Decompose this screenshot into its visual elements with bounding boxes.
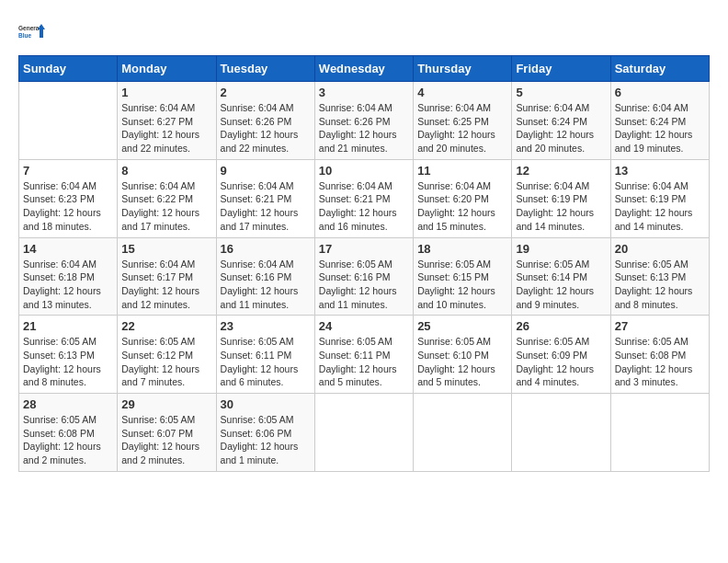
day-info: Sunrise: 6:04 AM Sunset: 6:21 PM Dayligh… [221, 179, 311, 234]
day-info: Sunrise: 6:04 AM Sunset: 6:22 PM Dayligh… [121, 179, 211, 234]
day-number: 11 [417, 164, 507, 178]
calendar-week: 1Sunrise: 6:04 AM Sunset: 6:27 PM Daylig… [19, 82, 710, 160]
calendar-cell: 30Sunrise: 6:05 AM Sunset: 6:06 PM Dayli… [216, 394, 314, 472]
day-number: 6 [615, 86, 705, 99]
weekday-header: Sunday [19, 56, 118, 82]
day-number: 4 [417, 86, 507, 99]
calendar-cell: 26Sunrise: 6:05 AM Sunset: 6:09 PM Dayli… [512, 316, 610, 394]
day-number: 13 [615, 164, 705, 178]
day-info: Sunrise: 6:05 AM Sunset: 6:11 PM Dayligh… [221, 335, 311, 389]
calendar-cell: 19Sunrise: 6:05 AM Sunset: 6:14 PM Dayli… [512, 237, 610, 316]
calendar-cell [414, 394, 512, 472]
day-info: Sunrise: 6:04 AM Sunset: 6:26 PM Dayligh… [319, 101, 409, 155]
day-info: Sunrise: 6:05 AM Sunset: 6:13 PM Dayligh… [615, 258, 705, 312]
day-info: Sunrise: 6:05 AM Sunset: 6:11 PM Dayligh… [319, 335, 409, 389]
logo-icon: GeneralBlue [18, 18, 46, 46]
day-number: 26 [516, 319, 606, 333]
calendar-cell: 21Sunrise: 6:05 AM Sunset: 6:13 PM Dayli… [19, 316, 118, 394]
calendar-cell: 16Sunrise: 6:04 AM Sunset: 6:16 PM Dayli… [216, 237, 314, 316]
day-info: Sunrise: 6:04 AM Sunset: 6:27 PM Dayligh… [121, 101, 211, 155]
day-info: Sunrise: 6:05 AM Sunset: 6:09 PM Dayligh… [516, 335, 606, 389]
day-info: Sunrise: 6:05 AM Sunset: 6:10 PM Dayligh… [417, 335, 507, 389]
calendar-cell: 27Sunrise: 6:05 AM Sunset: 6:08 PM Dayli… [610, 316, 709, 394]
calendar-week: 7Sunrise: 6:04 AM Sunset: 6:23 PM Daylig… [19, 159, 710, 237]
svg-text:Blue: Blue [18, 32, 31, 39]
day-info: Sunrise: 6:04 AM Sunset: 6:21 PM Dayligh… [319, 179, 409, 234]
day-info: Sunrise: 6:04 AM Sunset: 6:19 PM Dayligh… [615, 179, 705, 234]
day-info: Sunrise: 6:04 AM Sunset: 6:16 PM Dayligh… [221, 258, 311, 312]
day-info: Sunrise: 6:05 AM Sunset: 6:12 PM Dayligh… [121, 335, 211, 389]
day-info: Sunrise: 6:05 AM Sunset: 6:14 PM Dayligh… [516, 258, 606, 312]
day-info: Sunrise: 6:05 AM Sunset: 6:06 PM Dayligh… [221, 413, 311, 467]
calendar-cell [610, 394, 709, 472]
day-number: 7 [23, 164, 113, 178]
calendar-cell: 14Sunrise: 6:04 AM Sunset: 6:18 PM Dayli… [19, 237, 118, 316]
day-info: Sunrise: 6:05 AM Sunset: 6:08 PM Dayligh… [615, 335, 705, 389]
day-info: Sunrise: 6:05 AM Sunset: 6:08 PM Dayligh… [23, 413, 113, 467]
day-number: 24 [319, 319, 409, 333]
day-info: Sunrise: 6:04 AM Sunset: 6:25 PM Dayligh… [417, 101, 507, 155]
calendar-cell: 22Sunrise: 6:05 AM Sunset: 6:12 PM Dayli… [118, 316, 216, 394]
day-number: 18 [417, 242, 507, 256]
day-number: 23 [221, 319, 311, 333]
day-info: Sunrise: 6:04 AM Sunset: 6:18 PM Dayligh… [23, 258, 113, 312]
weekday-header: Wednesday [314, 56, 413, 82]
calendar-cell: 5Sunrise: 6:04 AM Sunset: 6:24 PM Daylig… [512, 82, 610, 160]
day-number: 15 [121, 242, 211, 256]
calendar-cell: 18Sunrise: 6:05 AM Sunset: 6:15 PM Dayli… [414, 237, 512, 316]
calendar-week: 14Sunrise: 6:04 AM Sunset: 6:18 PM Dayli… [19, 237, 710, 316]
calendar-header: SundayMondayTuesdayWednesdayThursdayFrid… [19, 56, 710, 82]
day-number: 28 [23, 397, 113, 411]
weekday-header: Thursday [414, 56, 512, 82]
day-number: 1 [121, 86, 211, 99]
calendar-cell: 2Sunrise: 6:04 AM Sunset: 6:26 PM Daylig… [216, 82, 314, 160]
calendar-cell: 1Sunrise: 6:04 AM Sunset: 6:27 PM Daylig… [118, 82, 216, 160]
day-number: 10 [319, 164, 409, 178]
calendar-cell: 29Sunrise: 6:05 AM Sunset: 6:07 PM Dayli… [118, 394, 216, 472]
calendar-cell: 10Sunrise: 6:04 AM Sunset: 6:21 PM Dayli… [314, 159, 413, 237]
logo: GeneralBlue [18, 18, 46, 46]
day-number: 20 [615, 242, 705, 256]
day-number: 22 [121, 319, 211, 333]
calendar-week: 28Sunrise: 6:05 AM Sunset: 6:08 PM Dayli… [19, 394, 710, 472]
page-header: GeneralBlue [18, 18, 710, 46]
weekday-header: Monday [118, 56, 216, 82]
weekday-header: Friday [512, 56, 610, 82]
day-number: 8 [121, 164, 211, 178]
calendar-cell: 13Sunrise: 6:04 AM Sunset: 6:19 PM Dayli… [610, 159, 709, 237]
calendar-cell: 12Sunrise: 6:04 AM Sunset: 6:19 PM Dayli… [512, 159, 610, 237]
day-number: 9 [221, 164, 311, 178]
day-info: Sunrise: 6:04 AM Sunset: 6:17 PM Dayligh… [121, 258, 211, 312]
day-number: 29 [121, 397, 211, 411]
calendar-cell: 28Sunrise: 6:05 AM Sunset: 6:08 PM Dayli… [19, 394, 118, 472]
calendar-cell: 4Sunrise: 6:04 AM Sunset: 6:25 PM Daylig… [414, 82, 512, 160]
day-number: 19 [516, 242, 606, 256]
day-number: 14 [23, 242, 113, 256]
calendar-body: 1Sunrise: 6:04 AM Sunset: 6:27 PM Daylig… [19, 82, 710, 472]
day-info: Sunrise: 6:04 AM Sunset: 6:23 PM Dayligh… [23, 179, 113, 234]
calendar-cell: 6Sunrise: 6:04 AM Sunset: 6:24 PM Daylig… [610, 82, 709, 160]
day-info: Sunrise: 6:05 AM Sunset: 6:16 PM Dayligh… [319, 258, 409, 312]
calendar-cell: 11Sunrise: 6:04 AM Sunset: 6:20 PM Dayli… [414, 159, 512, 237]
day-info: Sunrise: 6:04 AM Sunset: 6:20 PM Dayligh… [417, 179, 507, 234]
calendar-cell: 9Sunrise: 6:04 AM Sunset: 6:21 PM Daylig… [216, 159, 314, 237]
day-number: 25 [417, 319, 507, 333]
day-info: Sunrise: 6:05 AM Sunset: 6:13 PM Dayligh… [23, 335, 113, 389]
day-number: 30 [221, 397, 311, 411]
calendar-cell: 24Sunrise: 6:05 AM Sunset: 6:11 PM Dayli… [314, 316, 413, 394]
day-number: 27 [615, 319, 705, 333]
calendar-cell: 8Sunrise: 6:04 AM Sunset: 6:22 PM Daylig… [118, 159, 216, 237]
weekday-header: Saturday [610, 56, 709, 82]
calendar-cell: 23Sunrise: 6:05 AM Sunset: 6:11 PM Dayli… [216, 316, 314, 394]
day-number: 2 [221, 86, 311, 99]
day-info: Sunrise: 6:05 AM Sunset: 6:15 PM Dayligh… [417, 258, 507, 312]
calendar-cell: 15Sunrise: 6:04 AM Sunset: 6:17 PM Dayli… [118, 237, 216, 316]
day-number: 12 [516, 164, 606, 178]
calendar-cell: 7Sunrise: 6:04 AM Sunset: 6:23 PM Daylig… [19, 159, 118, 237]
weekday-header: Tuesday [216, 56, 314, 82]
calendar-week: 21Sunrise: 6:05 AM Sunset: 6:13 PM Dayli… [19, 316, 710, 394]
day-number: 16 [221, 242, 311, 256]
calendar-cell: 17Sunrise: 6:05 AM Sunset: 6:16 PM Dayli… [314, 237, 413, 316]
calendar-cell [314, 394, 413, 472]
calendar-cell: 25Sunrise: 6:05 AM Sunset: 6:10 PM Dayli… [414, 316, 512, 394]
